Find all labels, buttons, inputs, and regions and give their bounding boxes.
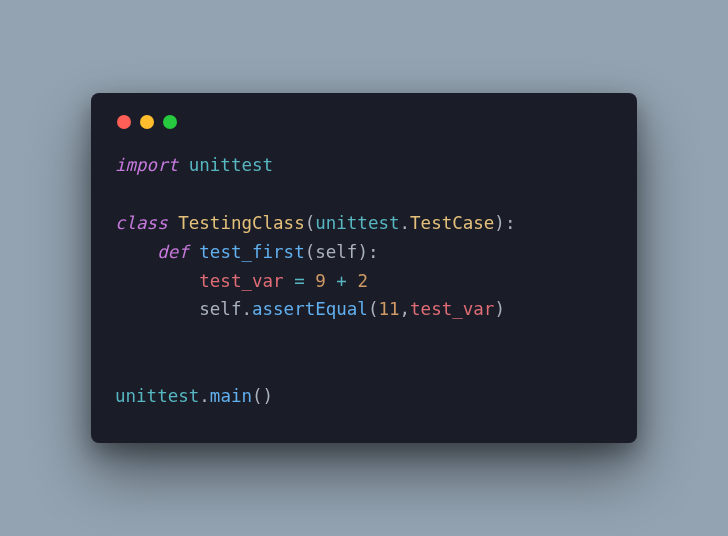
close-icon[interactable] xyxy=(117,115,131,129)
var-name: test_var xyxy=(410,299,494,319)
paren-open: ( xyxy=(305,242,316,262)
paren-close: ) xyxy=(494,299,505,319)
param-self: self xyxy=(315,242,357,262)
code-line-5: test_var = 9 + 2 xyxy=(115,271,368,291)
code-line-6: self.assertEqual(11,test_var) xyxy=(115,299,505,319)
code-line-9: unittest.main() xyxy=(115,386,273,406)
method-name: assertEqual xyxy=(252,299,368,319)
paren-open: ( xyxy=(368,299,379,319)
colon: : xyxy=(505,213,516,233)
paren-close: ) xyxy=(357,242,368,262)
keyword-class: class xyxy=(115,213,168,233)
code-window: import unittest class TestingClass(unitt… xyxy=(91,93,637,443)
dot: . xyxy=(400,213,411,233)
minimize-icon[interactable] xyxy=(140,115,154,129)
code-block: import unittest class TestingClass(unitt… xyxy=(115,151,613,411)
window-titlebar xyxy=(115,111,613,129)
op-plus: + xyxy=(336,271,347,291)
dot: . xyxy=(199,386,210,406)
number-literal: 2 xyxy=(357,271,368,291)
keyword-def: def xyxy=(157,242,189,262)
class-name: TestingClass xyxy=(178,213,304,233)
var-name: test_var xyxy=(199,271,283,291)
number-literal: 9 xyxy=(315,271,326,291)
function-name: test_first xyxy=(199,242,304,262)
paren-open: ( xyxy=(305,213,316,233)
paren-open: ( xyxy=(252,386,263,406)
module-name: unittest xyxy=(189,155,273,175)
self-ref: self xyxy=(199,299,241,319)
number-literal: 11 xyxy=(378,299,399,319)
paren-close: ) xyxy=(494,213,505,233)
dot: . xyxy=(241,299,252,319)
keyword-import: import xyxy=(115,155,178,175)
comma: , xyxy=(400,299,411,319)
code-line-3: class TestingClass(unittest.TestCase): xyxy=(115,213,515,233)
module-name: unittest xyxy=(115,386,199,406)
paren-close: ) xyxy=(263,386,274,406)
function-name: main xyxy=(210,386,252,406)
base-module: unittest xyxy=(315,213,399,233)
base-class: TestCase xyxy=(410,213,494,233)
op-assign: = xyxy=(294,271,305,291)
code-line-4: def test_first(self): xyxy=(115,242,378,262)
code-line-1: import unittest xyxy=(115,155,273,175)
zoom-icon[interactable] xyxy=(163,115,177,129)
colon: : xyxy=(368,242,379,262)
